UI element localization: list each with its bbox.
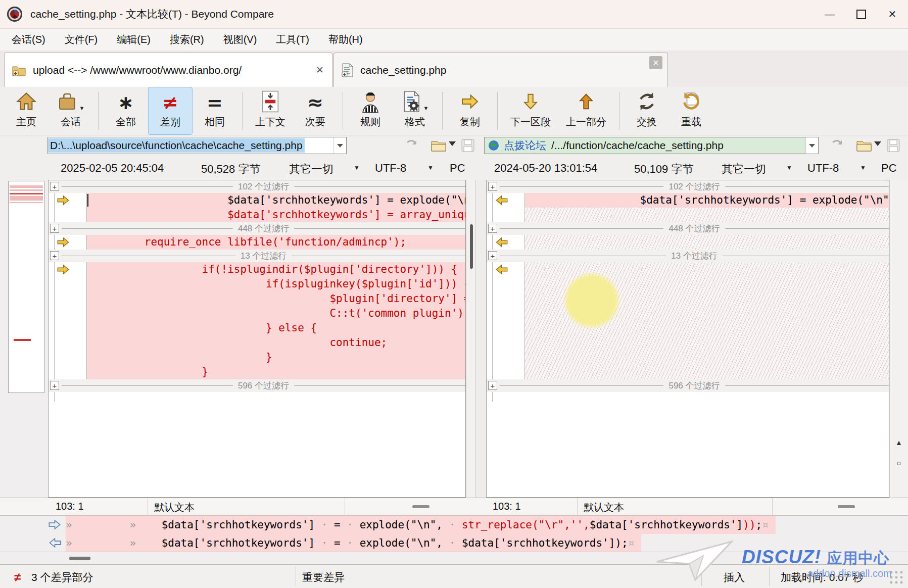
menu-item-1[interactable]: 文件(F): [55, 29, 108, 51]
missing-lines-hatch: [487, 235, 889, 250]
detail-hscrollbar[interactable]: [0, 552, 908, 565]
left-path-input[interactable]: D:\...\upload\source\function\cache\cach…: [47, 137, 347, 154]
toolbar-button-8[interactable]: ≈次要: [293, 87, 338, 135]
diff-section-marker-right-icon[interactable]: [57, 236, 70, 250]
toolbar-button-11[interactable]: ▼格式: [393, 87, 437, 135]
left-code-pane[interactable]: +102 个过滤行 $data['srchhotkeywords'] = exp…: [48, 180, 466, 498]
left-pane-scrollbar[interactable]: [466, 180, 476, 498]
minimize-button[interactable]: —: [814, 0, 845, 28]
resize-grip[interactable]: [889, 570, 904, 585]
right-save-icon[interactable]: [886, 138, 900, 155]
filtered-lines-divider: +596 个过滤行: [49, 379, 465, 392]
title-bar: cache_setting.php - 文本比较(T) - Beyond Com…: [0, 0, 908, 29]
menu-item-0[interactable]: 会话(S): [2, 29, 55, 51]
diff-overview-strip[interactable]: [0, 180, 48, 498]
code-line: if(!isplugindir($plugin['directory'])) {: [49, 262, 465, 277]
tab-text-compare[interactable]: cache_setting.php ✕: [333, 53, 668, 87]
right-path-input[interactable]: 点拨论坛 /.../function/cache/cache_setting.p…: [484, 137, 819, 154]
scroll-center-icon[interactable]: ○: [890, 459, 908, 467]
text-cursor: [87, 194, 88, 207]
pane-splitter[interactable]: [476, 180, 486, 498]
expand-section-button[interactable]: +: [488, 381, 497, 390]
left-filter-select[interactable]: 其它一切: [289, 162, 333, 177]
expand-section-button[interactable]: +: [488, 251, 497, 260]
toolbar-button-13[interactable]: 复制: [448, 87, 492, 135]
close-button[interactable]: ✕: [877, 0, 908, 28]
toolbar-button-16[interactable]: 上一部分: [558, 87, 614, 135]
left-filter-dropdown-icon[interactable]: ▼: [354, 164, 360, 171]
toolbar-button-4[interactable]: ≠差别: [148, 87, 193, 135]
toolbar-button-15[interactable]: 下一区段: [503, 87, 558, 135]
maximize-button[interactable]: [845, 0, 877, 28]
left-browse-dropdown-icon[interactable]: [449, 141, 456, 146]
toolbar-button-10[interactable]: 规则: [348, 87, 393, 135]
left-syntax-mode[interactable]: 默认文本: [154, 501, 195, 514]
left-path-dropdown-icon[interactable]: [333, 137, 346, 154]
left-pane-scrollbar-thumb[interactable]: [470, 224, 473, 269]
left-line-ending[interactable]: PC: [450, 162, 465, 175]
right-pane-scrollbar[interactable]: ▲ ○: [889, 180, 908, 498]
scroll-top-icon[interactable]: ▲: [890, 438, 908, 447]
left-browse-folder-icon[interactable]: [431, 138, 447, 155]
dropdown-arrow-icon[interactable]: ▼: [423, 105, 429, 111]
menu-item-5[interactable]: 工具(T): [266, 29, 319, 51]
diff-section-marker-left-icon[interactable]: [495, 194, 508, 208]
right-path-dropdown-icon[interactable]: [805, 137, 818, 154]
detail-hscrollbar-thumb[interactable]: [69, 557, 90, 560]
expand-section-button[interactable]: +: [50, 381, 59, 390]
toolbar-button-label: 相同: [205, 115, 225, 129]
toolbar-button-label: 格式: [405, 115, 425, 129]
right-filter-dropdown-icon[interactable]: ▼: [786, 164, 792, 171]
toolbar-button-3[interactable]: ∗全部: [104, 87, 148, 135]
right-browse-dropdown-icon[interactable]: [874, 141, 881, 146]
toolbar-button-label: 规则: [360, 115, 380, 129]
right-browse-folder-icon[interactable]: [856, 138, 872, 155]
right-syntax-mode[interactable]: 默认文本: [584, 501, 624, 514]
expand-section-button[interactable]: +: [488, 182, 497, 191]
diff-minimap[interactable]: [8, 181, 44, 393]
code-line: }: [49, 350, 465, 365]
tab-close-button[interactable]: ✕: [649, 56, 662, 69]
right-refresh-icon[interactable]: [830, 138, 844, 155]
filtered-lines-label: 102 个过滤行: [233, 181, 294, 192]
filtered-lines-divider: +13 个过滤行: [487, 250, 889, 262]
dropdown-arrow-icon[interactable]: ▼: [79, 105, 85, 111]
right-code-pane[interactable]: +102 个过滤行 $data['srchhotkeywords'] = exp…: [486, 180, 889, 498]
left-encoding-dropdown-icon[interactable]: ▼: [427, 164, 434, 171]
left-save-icon[interactable]: [461, 138, 475, 155]
toolbar-button-0[interactable]: 主页: [4, 87, 49, 135]
menu-item-3[interactable]: 搜索(R): [160, 29, 214, 51]
menu-item-2[interactable]: 编辑(E): [107, 29, 160, 51]
tab-close-icon[interactable]: ✕: [316, 64, 324, 76]
toolbar-button-19[interactable]: 重载: [669, 87, 713, 135]
menu-item-4[interactable]: 视图(V): [214, 29, 267, 51]
toolbar-button-label: 主页: [16, 115, 36, 129]
right-encoding-select[interactable]: UTF-8: [807, 162, 839, 175]
expand-section-button[interactable]: +: [50, 182, 59, 191]
diff-section-marker-left-icon[interactable]: [495, 264, 508, 277]
toolbar-separator: [497, 92, 498, 130]
toolbar-glyph-icon: ≠: [162, 93, 178, 112]
toolbar-button-18[interactable]: 交换: [625, 87, 669, 135]
diff-section-marker-left-icon[interactable]: [495, 236, 508, 250]
menu-item-6[interactable]: 帮助(H): [319, 29, 372, 51]
left-status-splitter-handle[interactable]: [412, 505, 429, 508]
detail-direction-right-icon[interactable]: [48, 519, 62, 532]
diff-section-marker-right-icon[interactable]: [57, 264, 70, 277]
expand-section-button[interactable]: +: [50, 224, 59, 233]
right-status-splitter-handle[interactable]: [838, 505, 855, 508]
toolbar-button-7[interactable]: 上下文: [248, 87, 293, 135]
tab-folder-session[interactable]: upload <--> /www/wwwroot/www.dianbo.org/…: [4, 53, 332, 87]
right-line-ending[interactable]: PC: [881, 162, 897, 175]
expand-section-button[interactable]: +: [50, 251, 59, 260]
left-refresh-icon[interactable]: [404, 138, 418, 155]
toolbar-button-5[interactable]: =相同: [193, 87, 237, 135]
toolbar-separator: [242, 92, 243, 130]
right-encoding-dropdown-icon[interactable]: ▼: [860, 164, 866, 171]
expand-section-button[interactable]: +: [488, 224, 497, 233]
toolbar-button-1[interactable]: ▼会话: [49, 87, 93, 135]
detail-direction-left-icon[interactable]: [48, 537, 62, 551]
left-encoding-select[interactable]: UTF-8: [375, 162, 406, 175]
diff-section-marker-right-icon[interactable]: [57, 194, 70, 208]
right-filter-select[interactable]: 其它一切: [722, 162, 766, 177]
